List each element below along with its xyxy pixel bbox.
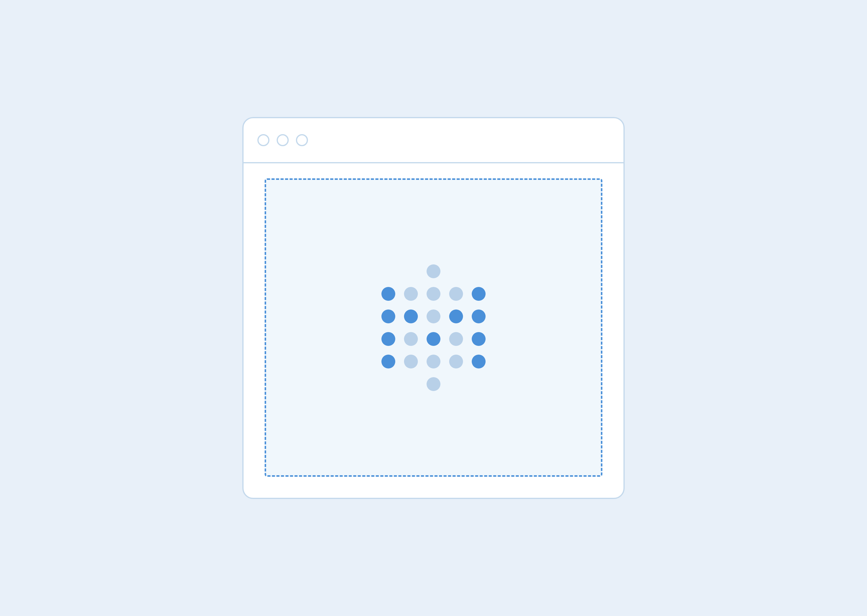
dot-icon	[427, 355, 440, 368]
dot-icon	[404, 310, 418, 323]
window-title-bar	[244, 118, 623, 163]
dot-icon	[472, 332, 486, 346]
dot-row	[381, 332, 486, 346]
dot-icon	[381, 287, 395, 301]
window-control-minimize-icon	[277, 134, 289, 146]
dot-row	[427, 377, 440, 391]
dot-icon	[404, 287, 418, 301]
dot-icon	[449, 310, 463, 323]
dot-icon	[472, 310, 486, 323]
dot-icon	[427, 310, 440, 323]
dot-row	[381, 355, 486, 368]
dropzone-area[interactable]	[265, 178, 602, 477]
dot-row	[427, 264, 440, 278]
window-control-maximize-icon	[296, 134, 308, 146]
dot-icon	[449, 332, 463, 346]
browser-window-illustration	[242, 117, 625, 499]
dot-icon	[472, 355, 486, 368]
dot-icon	[449, 287, 463, 301]
dot-icon	[427, 377, 440, 391]
dot-icon	[427, 287, 440, 301]
dot-row	[381, 287, 486, 301]
window-control-close-icon	[257, 134, 270, 146]
dot-icon	[472, 287, 486, 301]
dot-pattern-icon	[381, 264, 486, 391]
dot-icon	[404, 355, 418, 368]
dot-icon	[449, 355, 463, 368]
dot-icon	[427, 264, 440, 278]
dot-icon	[427, 332, 440, 346]
dot-icon	[381, 332, 395, 346]
dot-icon	[381, 310, 395, 323]
dot-row	[381, 310, 486, 323]
dot-icon	[404, 332, 418, 346]
dot-icon	[381, 355, 395, 368]
